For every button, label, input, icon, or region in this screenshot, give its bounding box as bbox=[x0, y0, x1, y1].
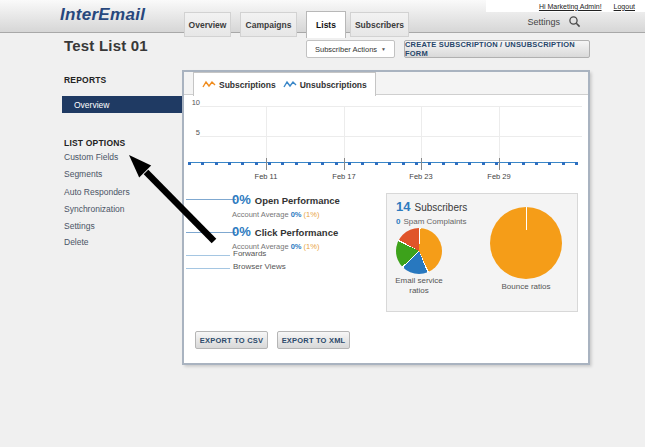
legend-unsubscriptions-label: Unsubscriptions bbox=[300, 80, 367, 90]
create-subscription-form-button[interactable]: CREATE SUBSCRIPTION / UNSUBSCRIPTION FOR… bbox=[404, 40, 590, 58]
gridline-horizontal bbox=[200, 106, 582, 107]
open-performance-label: Open Performance bbox=[255, 195, 340, 206]
app-root: { "colors": { "navy": "#1f3a63", "accent… bbox=[0, 0, 645, 447]
export-csv-button[interactable]: EXPORT TO CSV bbox=[195, 331, 268, 349]
search-icon[interactable] bbox=[568, 15, 581, 28]
subscriber-actions-button[interactable]: Subscriber Actions ▼ bbox=[306, 40, 395, 58]
stat-divider bbox=[186, 199, 236, 200]
subscribers-count: 14 bbox=[396, 199, 410, 214]
click-performance-value: 0% bbox=[232, 224, 251, 239]
open-performance-value: 0% bbox=[232, 192, 251, 207]
subscriptions-line-icon bbox=[202, 80, 216, 89]
tab-lists[interactable]: Lists bbox=[306, 11, 346, 38]
spam-label: Spam Complaints bbox=[403, 217, 466, 226]
y-axis-tick-10: 10 bbox=[186, 98, 200, 107]
gridline-vertical bbox=[499, 106, 500, 163]
greeting-link[interactable]: Hi Marketing Admin! bbox=[539, 3, 602, 10]
click-performance-stat: 0% Click Performance bbox=[232, 224, 338, 239]
summary-panel: 14 Subscribers 0 Spam Complaints Email s… bbox=[386, 193, 578, 312]
sidebar-item-custom-fields[interactable]: Custom Fields bbox=[64, 152, 118, 165]
gridline-vertical bbox=[344, 106, 345, 163]
x-axis-tick-mark bbox=[344, 158, 345, 170]
gridline-vertical bbox=[421, 106, 422, 163]
email-pie-caption: Email service ratios bbox=[394, 276, 444, 296]
gridline-horizontal bbox=[200, 136, 582, 137]
logout-link[interactable]: Logout bbox=[614, 3, 635, 10]
chart-legend-tab[interactable]: Subscriptions Unsubscriptions bbox=[193, 72, 376, 96]
unsubscriptions-line-icon bbox=[283, 80, 297, 89]
avg-paren: (1%) bbox=[304, 242, 320, 251]
x-axis-label-feb29: Feb 29 bbox=[477, 172, 521, 181]
subscribers-label: Subscribers bbox=[414, 202, 467, 213]
avg-value: 0% bbox=[291, 242, 302, 251]
sidebar-item-delete[interactable]: Delete bbox=[64, 237, 89, 250]
sidebar-item-settings[interactable]: Settings bbox=[64, 221, 95, 234]
bounce-pie bbox=[490, 207, 562, 279]
x-axis-label-feb23: Feb 23 bbox=[399, 172, 443, 181]
export-xml-button[interactable]: EXPORT TO XML bbox=[277, 331, 350, 349]
email-service-pie bbox=[396, 228, 442, 274]
spam-complaints-stat: 0 Spam Complaints bbox=[396, 217, 467, 226]
page-title: Test List 01 bbox=[64, 37, 148, 54]
legend-subscriptions-label: Subscriptions bbox=[219, 80, 276, 90]
chart-line-series bbox=[188, 160, 578, 166]
sidebar-item-synchronization[interactable]: Synchronization bbox=[64, 204, 124, 217]
stat-divider bbox=[186, 268, 230, 269]
tab-subscribers[interactable]: Subscribers bbox=[350, 12, 409, 37]
bounce-pie-caption: Bounce ratios bbox=[486, 282, 566, 292]
settings-link[interactable]: Settings bbox=[515, 17, 560, 27]
x-axis-tick-mark bbox=[421, 158, 422, 170]
stat-divider bbox=[186, 255, 230, 256]
account-links: Hi Marketing Admin! Logout bbox=[486, 0, 645, 12]
list-options-section-label: LIST OPTIONS bbox=[64, 138, 125, 148]
avg-value: 0% bbox=[291, 210, 302, 219]
avg-label: Account Average bbox=[232, 210, 289, 219]
tab-campaigns[interactable]: Campaigns bbox=[240, 12, 297, 37]
subscriber-actions-label: Subscriber Actions bbox=[315, 45, 377, 54]
sidebar-item-overview[interactable]: Overview bbox=[62, 96, 183, 113]
open-performance-stat: 0% Open Performance bbox=[232, 192, 340, 207]
gridline-vertical bbox=[266, 106, 267, 163]
subscribers-stat: 14 Subscribers bbox=[396, 199, 467, 214]
x-axis-label-feb11: Feb 11 bbox=[244, 172, 288, 181]
x-axis-tick-mark bbox=[266, 158, 267, 170]
y-axis-tick-5: 5 bbox=[186, 128, 200, 137]
x-axis-tick-mark bbox=[499, 158, 500, 170]
spam-count: 0 bbox=[396, 217, 400, 226]
app-logo[interactable]: InterEmail bbox=[60, 5, 145, 25]
x-axis-label-feb17: Feb 17 bbox=[322, 172, 366, 181]
report-panel: Subscriptions Unsubscriptions 10 5 Feb 1… bbox=[182, 70, 590, 365]
sidebar-item-auto-responders[interactable]: Auto Responders bbox=[64, 187, 130, 200]
sidebar-item-segments[interactable]: Segments bbox=[64, 169, 102, 182]
click-performance-label: Click Performance bbox=[255, 227, 338, 238]
reports-section-label: REPORTS bbox=[64, 75, 107, 85]
open-account-average: Account Average 0% (1%) bbox=[232, 210, 319, 219]
caret-down-icon: ▼ bbox=[381, 46, 386, 52]
avg-paren: (1%) bbox=[304, 210, 320, 219]
forwards-label: Forwards bbox=[233, 249, 266, 258]
stat-divider bbox=[186, 232, 236, 233]
tab-overview[interactable]: Overview bbox=[184, 12, 231, 37]
browser-views-label: Browser Views bbox=[233, 262, 286, 271]
